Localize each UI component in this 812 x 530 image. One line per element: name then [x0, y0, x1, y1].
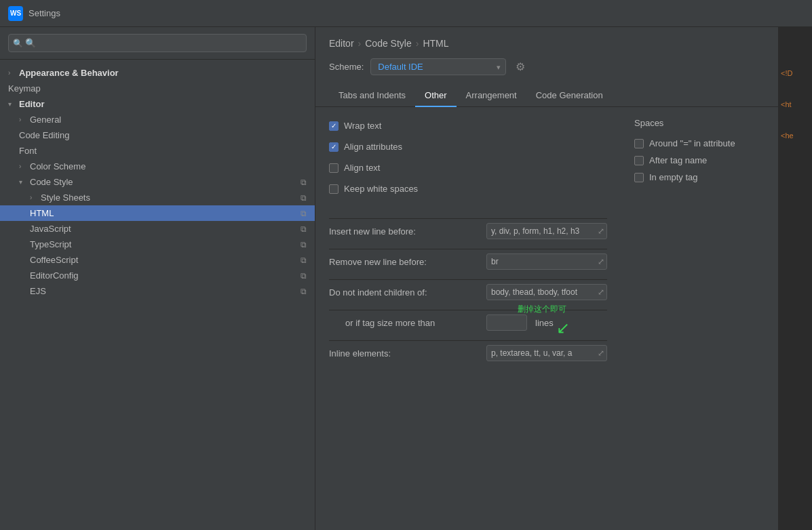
inline-elements-row: Inline elements: ⤢	[329, 340, 607, 365]
sidebar-item-html[interactable]: HTML ⧉	[0, 205, 315, 221]
after-tag-name-label: After tag name	[649, 155, 707, 165]
scheme-settings-button[interactable]: ⚙	[513, 59, 528, 75]
do-not-indent-input-wrapper: ⤢	[486, 284, 607, 300]
sidebar-item-ejs[interactable]: EJS ⧉	[0, 283, 315, 299]
search-wrapper: 🔍	[8, 34, 307, 52]
after-tag-name-row: After tag name	[634, 152, 765, 169]
align-text-label: Align text	[344, 163, 380, 173]
around-eq-row: Around "=" in attribute	[634, 135, 765, 152]
sidebar-item-editorconfig[interactable]: EditorConfig ⧉	[0, 268, 315, 283]
sidebar-item-label: EJS	[30, 286, 296, 296]
search-input[interactable]	[8, 34, 307, 52]
sidebar-item-coffeescript[interactable]: CoffeeScript ⧉	[0, 252, 315, 268]
after-tag-name-checkbox[interactable]	[634, 156, 644, 165]
tabs-bar: Tabs and Indents Other Arrangement Code …	[315, 85, 778, 107]
sidebar-item-label: Color Scheme	[30, 161, 307, 171]
sidebar-item-code-editing[interactable]: Code Editing	[0, 127, 315, 143]
arrow-icon	[19, 178, 26, 186]
copy-icon: ⧉	[301, 240, 307, 249]
search-icon: 🔍	[13, 39, 23, 48]
sidebar-item-label: TypeScript	[30, 239, 296, 249]
tab-tabs-indents[interactable]: Tabs and Indents	[329, 85, 415, 107]
main-layout: 🔍 Appearance & Behavior Keymap Editor	[0, 27, 812, 530]
copy-icon: ⧉	[301, 224, 307, 234]
title-bar: WS Settings	[0, 0, 812, 27]
align-text-row: Align text	[329, 160, 607, 176]
breadcrumb-sep: ›	[358, 38, 362, 49]
sidebar-item-label: Font	[19, 146, 307, 156]
wrap-text-checkbox[interactable]	[329, 121, 339, 131]
sidebar-item-typescript[interactable]: TypeScript ⧉	[0, 237, 315, 252]
sidebar-item-general[interactable]: General	[0, 112, 315, 127]
sidebar-item-code-style[interactable]: Code Style ⧉	[0, 174, 315, 190]
sidebar-item-appearance[interactable]: Appearance & Behavior	[0, 65, 315, 81]
or-if-input[interactable]	[486, 314, 527, 331]
inline-elements-input[interactable]	[486, 345, 607, 361]
align-attributes-label: Align attributes	[344, 142, 402, 152]
breadcrumb-code-style: Code Style	[365, 38, 411, 49]
around-eq-checkbox[interactable]	[634, 139, 644, 148]
sidebar-item-label: Editor	[19, 99, 307, 109]
arrow-icon	[8, 69, 15, 77]
lines-label: lines	[535, 318, 554, 328]
insert-new-line-input[interactable]	[486, 223, 607, 239]
remove-new-line-input[interactable]	[486, 253, 607, 270]
sidebar-item-label: Keymap	[8, 83, 307, 94]
tab-arrangement[interactable]: Arrangement	[457, 85, 526, 107]
sidebar-item-style-sheets[interactable]: Style Sheets ⧉	[0, 190, 315, 205]
breadcrumb-html: HTML	[423, 38, 448, 49]
scheme-label: Scheme:	[329, 62, 364, 72]
align-attributes-checkbox[interactable]	[329, 142, 339, 152]
wrap-text-row: Wrap text	[329, 118, 607, 134]
arrow-icon	[30, 194, 37, 201]
sidebar-item-label: CoffeeScript	[30, 255, 296, 265]
sidebar-item-label: JavaScript	[30, 224, 296, 234]
annotation-text: 删掉这个即可	[518, 304, 566, 315]
align-text-checkbox[interactable]	[329, 163, 339, 173]
copy-icon: ⧉	[301, 193, 307, 203]
tab-code-generation[interactable]: Code Generation	[526, 85, 613, 107]
window-title: Settings	[28, 8, 60, 18]
in-empty-tag-checkbox[interactable]	[634, 173, 644, 182]
tab-other[interactable]: Other	[415, 85, 457, 107]
sidebar-item-editor[interactable]: Editor	[0, 96, 315, 112]
content-area: Editor › Code Style › HTML Scheme: Defau…	[315, 27, 778, 530]
expand-icon[interactable]: ⤢	[598, 348, 604, 358]
insert-new-line-label: Insert new line before:	[329, 226, 478, 237]
do-not-indent-row: Do not indent children of: ⤢	[329, 279, 607, 304]
inline-elements-label: Inline elements:	[329, 348, 478, 359]
nav-tree: Appearance & Behavior Keymap Editor Gene…	[0, 60, 315, 530]
do-not-indent-input[interactable]	[486, 284, 607, 300]
copy-icon: ⧉	[301, 287, 307, 296]
expand-icon[interactable]: ⤢	[598, 257, 604, 266]
scheme-bar: Scheme: Default IDE ▾ ⚙	[315, 56, 778, 85]
code-preview-text-2: <ht	[778, 99, 812, 110]
align-attributes-row: Align attributes	[329, 139, 607, 155]
expand-icon[interactable]: ⤢	[598, 287, 604, 297]
copy-icon: ⧉	[301, 256, 307, 265]
spaces-heading: Spaces	[634, 118, 765, 128]
sidebar-item-keymap[interactable]: Keymap	[0, 81, 315, 96]
sidebar-item-javascript[interactable]: JavaScript ⧉	[0, 221, 315, 237]
sidebar-item-label: Code Style	[30, 177, 296, 187]
keep-white-spaces-checkbox[interactable]	[329, 184, 339, 194]
code-preview-strip: <!D <ht <he	[778, 27, 812, 530]
or-if-label: or if tag size more than	[329, 318, 478, 328]
sidebar-item-color-scheme[interactable]: Color Scheme	[0, 159, 315, 174]
arrow-icon	[8, 100, 15, 108]
or-if-tag-row: or if tag size more than lines 删掉这个即可 ↙	[329, 310, 607, 335]
keep-white-spaces-label: Keep white spaces	[344, 184, 418, 194]
do-not-indent-label: Do not indent children of:	[329, 287, 478, 298]
annotation-arrow: ↙	[556, 319, 570, 338]
scheme-select[interactable]: Default IDE	[370, 58, 506, 75]
arrow-icon	[19, 116, 26, 123]
expand-icon[interactable]: ⤢	[598, 226, 604, 236]
around-eq-label: Around "=" in attribute	[649, 138, 735, 148]
remove-new-line-label: Remove new line before:	[329, 257, 478, 267]
sidebar-item-font[interactable]: Font	[0, 143, 315, 159]
arrow-icon	[19, 163, 26, 170]
breadcrumb-editor: Editor	[329, 38, 354, 49]
settings-scroll: Wrap text Align attributes Align text	[315, 107, 778, 530]
app-logo: WS	[8, 6, 23, 21]
code-preview-text-1: <!D	[778, 68, 812, 79]
